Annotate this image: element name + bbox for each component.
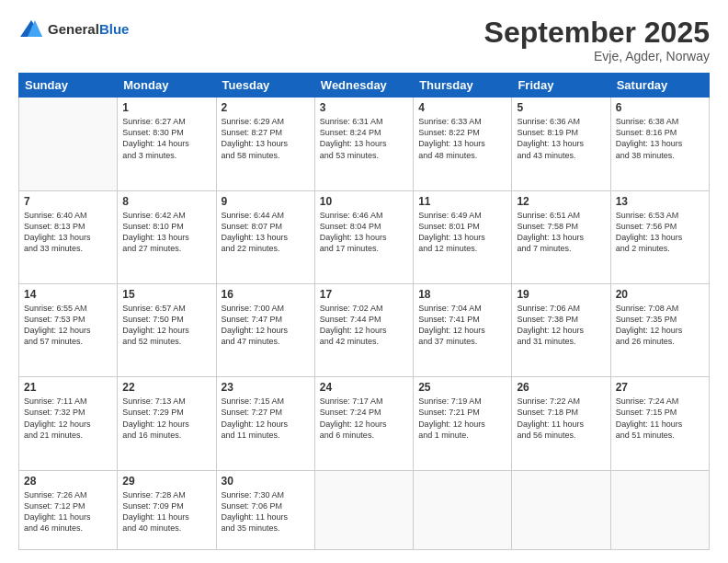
- cell-content: Sunrise: 6:51 AMSunset: 7:58 PMDaylight:…: [517, 210, 605, 255]
- table-row: 21Sunrise: 7:11 AMSunset: 7:32 PMDayligh…: [19, 377, 118, 470]
- cell-content: Sunrise: 6:29 AMSunset: 8:27 PMDaylight:…: [222, 116, 310, 161]
- day-number: 5: [517, 101, 605, 114]
- table-row: [19, 98, 118, 190]
- cell-content: Sunrise: 6:46 AMSunset: 8:04 PMDaylight:…: [320, 210, 408, 255]
- cell-content: Sunrise: 7:26 AMSunset: 7:12 PMDaylight:…: [24, 489, 112, 534]
- week-row-3: 14Sunrise: 6:55 AMSunset: 7:53 PMDayligh…: [19, 283, 710, 376]
- cell-content: Sunrise: 7:06 AMSunset: 7:38 PMDaylight:…: [517, 303, 605, 348]
- table-row: 11Sunrise: 6:49 AMSunset: 8:01 PMDayligh…: [414, 190, 512, 283]
- cell-content: Sunrise: 7:15 AMSunset: 7:27 PMDaylight:…: [222, 396, 310, 441]
- month-title: September 2025: [484, 17, 710, 49]
- cell-content: Sunrise: 6:31 AMSunset: 8:24 PMDaylight:…: [320, 116, 408, 161]
- cell-content: Sunrise: 7:17 AMSunset: 7:24 PMDaylight:…: [320, 396, 408, 441]
- location: Evje, Agder, Norway: [484, 49, 710, 63]
- day-number: 23: [222, 381, 310, 394]
- week-row-1: 1Sunrise: 6:27 AMSunset: 8:30 PMDaylight…: [19, 98, 710, 190]
- cell-content: Sunrise: 7:08 AMSunset: 7:35 PMDaylight:…: [616, 303, 704, 348]
- table-row: 14Sunrise: 6:55 AMSunset: 7:53 PMDayligh…: [19, 283, 118, 376]
- cell-content: Sunrise: 6:38 AMSunset: 8:16 PMDaylight:…: [616, 116, 704, 161]
- cell-content: Sunrise: 6:27 AMSunset: 8:30 PMDaylight:…: [122, 116, 210, 161]
- day-number: 29: [122, 475, 210, 488]
- col-friday: Friday: [512, 74, 610, 98]
- col-thursday: Thursday: [414, 74, 512, 98]
- day-number: 9: [222, 195, 310, 208]
- day-number: 15: [122, 288, 210, 301]
- cell-content: Sunrise: 7:24 AMSunset: 7:15 PMDaylight:…: [616, 396, 704, 441]
- table-row: 9Sunrise: 6:44 AMSunset: 8:07 PMDaylight…: [216, 190, 314, 283]
- cell-content: Sunrise: 6:53 AMSunset: 7:56 PMDaylight:…: [616, 210, 704, 255]
- table-row: 29Sunrise: 7:28 AMSunset: 7:09 PMDayligh…: [118, 470, 216, 549]
- cell-content: Sunrise: 7:28 AMSunset: 7:09 PMDaylight:…: [122, 489, 210, 534]
- calendar-page: GeneralBlue September 2025 Evje, Agder, …: [0, 0, 728, 563]
- table-row: 2Sunrise: 6:29 AMSunset: 8:27 PMDaylight…: [216, 98, 314, 190]
- table-row: 15Sunrise: 6:57 AMSunset: 7:50 PMDayligh…: [118, 283, 216, 376]
- day-number: 18: [418, 288, 506, 301]
- table-row: 18Sunrise: 7:04 AMSunset: 7:41 PMDayligh…: [414, 283, 512, 376]
- cell-content: Sunrise: 7:30 AMSunset: 7:06 PMDaylight:…: [222, 489, 310, 534]
- cell-content: Sunrise: 7:02 AMSunset: 7:44 PMDaylight:…: [320, 303, 408, 348]
- cell-content: Sunrise: 7:19 AMSunset: 7:21 PMDaylight:…: [418, 396, 506, 441]
- day-number: 2: [222, 101, 310, 114]
- table-row: 28Sunrise: 7:26 AMSunset: 7:12 PMDayligh…: [19, 470, 118, 549]
- logo: GeneralBlue: [18, 17, 129, 42]
- table-row: 4Sunrise: 6:33 AMSunset: 8:22 PMDaylight…: [414, 98, 512, 190]
- table-row: 7Sunrise: 6:40 AMSunset: 8:13 PMDaylight…: [19, 190, 118, 283]
- table-row: [414, 470, 512, 549]
- cell-content: Sunrise: 6:33 AMSunset: 8:22 PMDaylight:…: [418, 116, 506, 161]
- day-number: 25: [418, 381, 506, 394]
- header-row: Sunday Monday Tuesday Wednesday Thursday…: [19, 74, 710, 98]
- table-row: [314, 470, 413, 549]
- cell-content: Sunrise: 6:55 AMSunset: 7:53 PMDaylight:…: [24, 303, 112, 348]
- cell-content: Sunrise: 6:44 AMSunset: 8:07 PMDaylight:…: [222, 210, 310, 255]
- day-number: 17: [320, 288, 408, 301]
- day-number: 7: [24, 195, 112, 208]
- day-number: 10: [320, 195, 408, 208]
- day-number: 22: [122, 381, 210, 394]
- day-number: 13: [616, 195, 704, 208]
- day-number: 30: [222, 475, 310, 488]
- table-row: 25Sunrise: 7:19 AMSunset: 7:21 PMDayligh…: [414, 377, 512, 470]
- logo-general: General: [48, 21, 99, 37]
- cell-content: Sunrise: 6:42 AMSunset: 8:10 PMDaylight:…: [122, 210, 210, 255]
- week-row-5: 28Sunrise: 7:26 AMSunset: 7:12 PMDayligh…: [19, 470, 710, 549]
- table-row: 23Sunrise: 7:15 AMSunset: 7:27 PMDayligh…: [216, 377, 314, 470]
- header: GeneralBlue September 2025 Evje, Agder, …: [18, 17, 710, 63]
- col-tuesday: Tuesday: [216, 74, 314, 98]
- table-row: 17Sunrise: 7:02 AMSunset: 7:44 PMDayligh…: [314, 283, 413, 376]
- day-number: 28: [24, 475, 112, 488]
- logo-blue: Blue: [99, 21, 130, 37]
- logo-text: GeneralBlue: [48, 21, 129, 38]
- cell-content: Sunrise: 7:04 AMSunset: 7:41 PMDaylight:…: [418, 303, 506, 348]
- table-row: 27Sunrise: 7:24 AMSunset: 7:15 PMDayligh…: [610, 377, 709, 470]
- week-row-4: 21Sunrise: 7:11 AMSunset: 7:32 PMDayligh…: [19, 377, 710, 470]
- logo-icon: [18, 17, 44, 42]
- week-row-2: 7Sunrise: 6:40 AMSunset: 8:13 PMDaylight…: [19, 190, 710, 283]
- table-row: 6Sunrise: 6:38 AMSunset: 8:16 PMDaylight…: [610, 98, 709, 190]
- table-row: 30Sunrise: 7:30 AMSunset: 7:06 PMDayligh…: [216, 470, 314, 549]
- day-number: 19: [517, 288, 605, 301]
- table-row: 8Sunrise: 6:42 AMSunset: 8:10 PMDaylight…: [118, 190, 216, 283]
- day-number: 8: [122, 195, 210, 208]
- cell-content: Sunrise: 6:36 AMSunset: 8:19 PMDaylight:…: [517, 116, 605, 161]
- table-row: 26Sunrise: 7:22 AMSunset: 7:18 PMDayligh…: [512, 377, 610, 470]
- cell-content: Sunrise: 7:22 AMSunset: 7:18 PMDaylight:…: [517, 396, 605, 441]
- table-row: 13Sunrise: 6:53 AMSunset: 7:56 PMDayligh…: [610, 190, 709, 283]
- day-number: 26: [517, 381, 605, 394]
- cell-content: Sunrise: 6:57 AMSunset: 7:50 PMDaylight:…: [122, 303, 210, 348]
- cell-content: Sunrise: 6:49 AMSunset: 8:01 PMDaylight:…: [418, 210, 506, 255]
- table-row: [610, 470, 709, 549]
- table-row: 20Sunrise: 7:08 AMSunset: 7:35 PMDayligh…: [610, 283, 709, 376]
- table-row: 1Sunrise: 6:27 AMSunset: 8:30 PMDaylight…: [118, 98, 216, 190]
- cell-content: Sunrise: 6:40 AMSunset: 8:13 PMDaylight:…: [24, 210, 112, 255]
- table-row: 16Sunrise: 7:00 AMSunset: 7:47 PMDayligh…: [216, 283, 314, 376]
- day-number: 3: [320, 101, 408, 114]
- day-number: 20: [616, 288, 704, 301]
- col-wednesday: Wednesday: [314, 74, 413, 98]
- calendar-table: Sunday Monday Tuesday Wednesday Thursday…: [18, 73, 710, 550]
- day-number: 1: [122, 101, 210, 114]
- col-monday: Monday: [118, 74, 216, 98]
- table-row: 5Sunrise: 6:36 AMSunset: 8:19 PMDaylight…: [512, 98, 610, 190]
- table-row: 12Sunrise: 6:51 AMSunset: 7:58 PMDayligh…: [512, 190, 610, 283]
- table-row: 10Sunrise: 6:46 AMSunset: 8:04 PMDayligh…: [314, 190, 413, 283]
- col-saturday: Saturday: [610, 74, 709, 98]
